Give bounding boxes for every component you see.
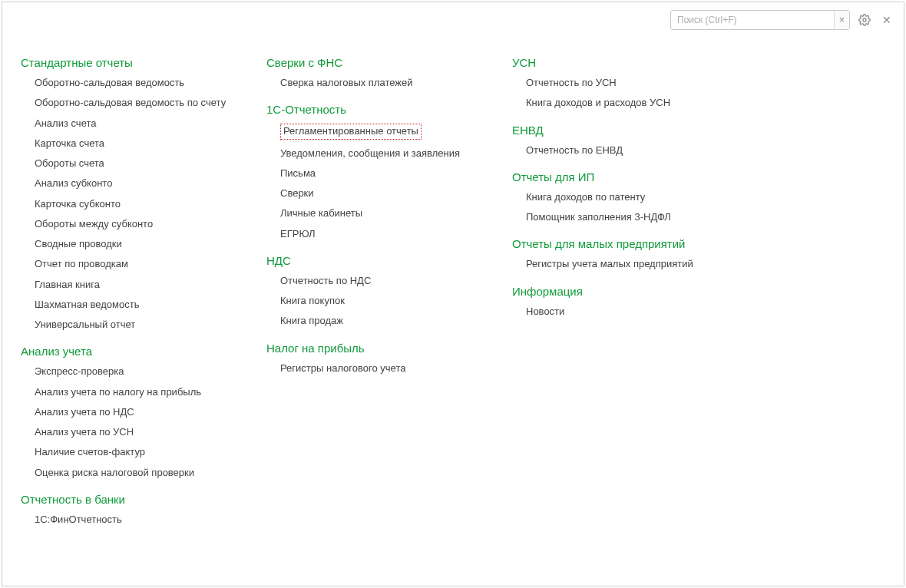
list-item[interactable]: Обороты счета bbox=[35, 157, 251, 170]
column-2: УСН Отчетность по УСН Книга доходов и ра… bbox=[512, 56, 742, 578]
list-item[interactable]: Новости bbox=[526, 306, 742, 318]
content-area: Стандартные отчеты Оборотно-сальдовая ве… bbox=[21, 56, 885, 578]
list-item[interactable]: Анализ счета bbox=[35, 117, 251, 130]
gear-icon[interactable] bbox=[858, 13, 871, 27]
list-item[interactable]: Письма bbox=[280, 167, 497, 180]
list-item[interactable]: Отчетность по ЕНВД bbox=[526, 144, 742, 157]
list-item-selected[interactable]: Регламентированные отчеты bbox=[280, 124, 497, 139]
list-item[interactable]: Анализ учета по УСН bbox=[35, 426, 251, 438]
window-frame: × ✕ Стандартные отчеты Оборотно-сальдова… bbox=[2, 2, 904, 586]
list-item[interactable]: Универсальный отчет bbox=[35, 319, 251, 331]
section-title[interactable]: НДС bbox=[266, 254, 497, 267]
list-item[interactable]: Сводные проводки bbox=[35, 238, 251, 250]
list-item[interactable]: 1С:ФинОтчетность bbox=[35, 514, 251, 526]
list-item[interactable]: Шахматная ведомость bbox=[35, 299, 251, 311]
section-title[interactable]: Сверки с ФНС bbox=[266, 56, 497, 69]
svg-point-0 bbox=[863, 18, 866, 21]
column-0: Стандартные отчеты Оборотно-сальдовая ве… bbox=[21, 56, 251, 578]
section-title[interactable]: 1С-Отчетность bbox=[266, 103, 497, 116]
list-item[interactable]: Книга покупок bbox=[280, 295, 497, 307]
search-input[interactable] bbox=[671, 15, 834, 25]
item-list: Регистры учета малых предприятий bbox=[512, 258, 742, 270]
item-list: Экспресс-проверка Анализ учета по налогу… bbox=[21, 365, 251, 479]
item-list: Отчетность по НДС Книга покупок Книга пр… bbox=[266, 275, 497, 328]
list-item[interactable]: Обороты между субконто bbox=[35, 218, 251, 230]
list-item[interactable]: Отчет по проводкам bbox=[35, 258, 251, 270]
toolbar: × ✕ bbox=[670, 10, 894, 30]
list-item[interactable]: Анализ учета по налогу на прибыль bbox=[35, 386, 251, 398]
item-list: Новости bbox=[512, 306, 742, 318]
list-item[interactable]: Экспресс-проверка bbox=[35, 365, 251, 378]
item-list: Сверка налоговых платежей bbox=[266, 77, 497, 89]
column-1: Сверки с ФНС Сверка налоговых платежей 1… bbox=[266, 56, 497, 578]
section-title[interactable]: Налог на прибыль bbox=[266, 342, 497, 355]
list-item[interactable]: Отчетность по УСН bbox=[526, 77, 742, 89]
item-list: Регистры налогового учета bbox=[266, 362, 497, 375]
section-title[interactable]: Анализ учета bbox=[21, 345, 251, 358]
list-item[interactable]: Наличие счетов-фактур bbox=[35, 446, 251, 458]
list-item[interactable]: Главная книга bbox=[35, 279, 251, 291]
search-clear-button[interactable]: × bbox=[834, 11, 849, 29]
list-item[interactable]: Оборотно-сальдовая ведомость по счету bbox=[35, 97, 251, 109]
list-item[interactable]: Карточка счета bbox=[35, 137, 251, 150]
item-list: Регламентированные отчеты Уведомления, с… bbox=[266, 124, 497, 240]
section-title[interactable]: Стандартные отчеты bbox=[21, 56, 251, 69]
list-item[interactable]: Отчетность по НДС bbox=[280, 275, 497, 287]
list-item[interactable]: Книга продаж bbox=[280, 315, 497, 327]
list-item[interactable]: Анализ учета по НДС bbox=[35, 406, 251, 418]
section-title[interactable]: Отчетность в банки bbox=[21, 493, 251, 506]
item-list: Книга доходов по патенту Помощник заполн… bbox=[512, 191, 742, 224]
list-item[interactable]: Книга доходов по патенту bbox=[526, 191, 742, 203]
list-item[interactable]: Анализ субконто bbox=[35, 177, 251, 190]
close-icon[interactable]: ✕ bbox=[879, 14, 894, 26]
item-list: Отчетность по УСН Книга доходов и расход… bbox=[512, 77, 742, 110]
list-item[interactable]: Карточка субконто bbox=[35, 198, 251, 210]
section-title[interactable]: Информация bbox=[512, 285, 742, 298]
section-title[interactable]: Отчеты для ИП bbox=[512, 170, 742, 183]
list-item[interactable]: Регистры налогового учета bbox=[280, 362, 497, 375]
list-item[interactable]: Сверка налоговых платежей bbox=[280, 77, 497, 89]
list-item[interactable]: Уведомления, сообщения и заявления bbox=[280, 147, 497, 160]
item-list: 1С:ФинОтчетность bbox=[21, 514, 251, 526]
list-item[interactable]: Личные кабинеты bbox=[280, 207, 497, 220]
list-item[interactable]: Оценка риска налоговой проверки bbox=[35, 467, 251, 479]
section-title[interactable]: ЕНВД bbox=[512, 124, 742, 137]
list-item[interactable]: Оборотно-сальдовая ведомость bbox=[35, 77, 251, 89]
list-item[interactable]: Регистры учета малых предприятий bbox=[526, 258, 742, 270]
list-item[interactable]: Сверки bbox=[280, 187, 497, 200]
list-item[interactable]: Помощник заполнения 3-НДФЛ bbox=[526, 211, 742, 223]
search-field-wrap: × bbox=[670, 10, 850, 30]
list-item[interactable]: Книга доходов и расходов УСН bbox=[526, 97, 742, 109]
item-list: Отчетность по ЕНВД bbox=[512, 144, 742, 157]
item-list: Оборотно-сальдовая ведомость Оборотно-са… bbox=[21, 77, 251, 331]
section-title[interactable]: Отчеты для малых предприятий bbox=[512, 237, 742, 250]
section-title[interactable]: УСН bbox=[512, 56, 742, 69]
list-item[interactable]: ЕГРЮЛ bbox=[280, 228, 497, 240]
